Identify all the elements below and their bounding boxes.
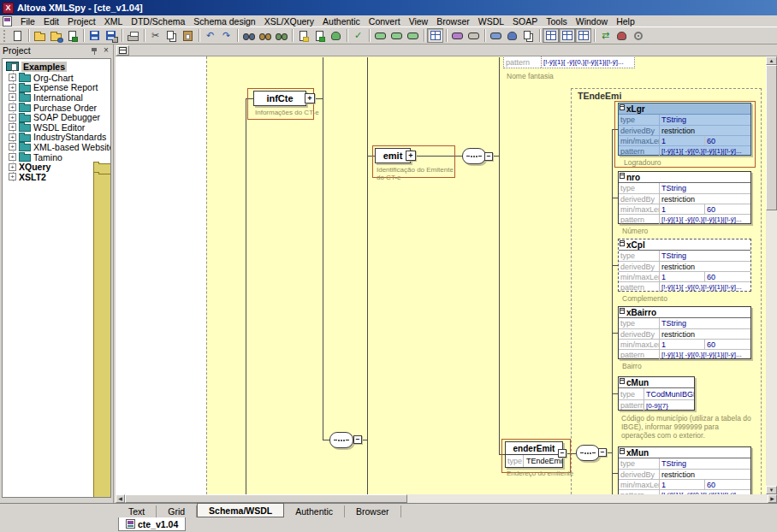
element-cMun[interactable]: cMun typeTCodMunIBGEpattern[0-9]{7} (618, 376, 695, 411)
facet-value-max[interactable]: 60 (705, 136, 750, 145)
facet-value[interactable]: TString (660, 318, 750, 328)
expander-icon[interactable]: + (9, 114, 16, 121)
expander-icon[interactable]: + (9, 163, 16, 171)
sequence-compositor[interactable] (462, 148, 486, 164)
close-icon[interactable]: × (102, 46, 110, 55)
assign-schema-button[interactable] (328, 28, 344, 43)
project-item-purchase-order[interactable]: +Purchase Order (3, 103, 110, 113)
facet-value-max[interactable]: 60 (705, 204, 750, 214)
facet-value[interactable]: restriction (660, 470, 750, 479)
toolbar-grip[interactable] (3, 30, 6, 42)
sequence-compositor[interactable] (576, 445, 600, 461)
scroll-down-button[interactable]: ▼ (766, 486, 777, 494)
facet-value[interactable]: TString (660, 458, 750, 469)
view-tab-authentic[interactable]: Authentic (284, 505, 345, 517)
facet-value-min[interactable]: 1 (660, 480, 705, 489)
copy-xpath-button[interactable] (520, 28, 537, 43)
project-item-org-chart[interactable]: +Org-Chart (3, 73, 110, 83)
schema-settings-button[interactable] (575, 28, 591, 43)
find-button[interactable] (240, 28, 257, 43)
horizontal-scrollbar[interactable]: ◀ ▶ (116, 494, 777, 503)
copy-button[interactable] (163, 28, 180, 43)
menu-xml[interactable]: XML (100, 15, 128, 27)
facet-value-min[interactable]: 1 (660, 204, 705, 214)
menu-authentic[interactable]: Authentic (318, 15, 365, 27)
facet-value[interactable]: TString (660, 183, 750, 193)
scroll-right-button[interactable]: ▶ (768, 494, 777, 503)
save-button[interactable] (86, 28, 103, 43)
menu-project[interactable]: Project (63, 15, 100, 27)
expander-icon[interactable]: + (9, 133, 16, 141)
facet-value[interactable]: restriction (660, 194, 750, 204)
facet-value-max[interactable]: 60 (705, 480, 750, 489)
facet-value[interactable]: [0-9]{7} (644, 400, 694, 411)
expand-icon[interactable]: + (305, 93, 315, 103)
print-button[interactable] (125, 28, 141, 43)
menu-file[interactable]: File (16, 15, 39, 27)
element-enderEmit[interactable]: enderEmit type TEndeEmi (505, 441, 563, 468)
menu-soap[interactable]: SOAP (508, 15, 542, 27)
paste-button[interactable] (180, 28, 196, 43)
scrollbar-thumb[interactable] (766, 65, 777, 210)
project-root[interactable]: Examples (3, 61, 110, 72)
facet-value[interactable]: TString (660, 115, 750, 125)
menu-wsdl[interactable]: WSDL (474, 15, 508, 27)
facet-value[interactable]: restriction (660, 329, 750, 339)
validate-button[interactable] (311, 28, 328, 43)
expand-icon[interactable]: − (598, 448, 607, 457)
insert-attribute-button[interactable] (488, 28, 504, 43)
element-xCpl[interactable]: xCpl typeTStringderivedByrestrictionmin/… (618, 239, 751, 292)
scroll-left-button[interactable]: ◀ (116, 494, 125, 503)
expand-icon[interactable]: + (406, 151, 416, 161)
menu-convert[interactable]: Convert (365, 15, 405, 27)
facet-value[interactable]: TString (660, 251, 750, 261)
element-nro[interactable]: nro typeTStringderivedByrestrictionmin/m… (618, 171, 751, 224)
project-item-xslt2[interactable]: +XSLT2 (3, 172, 110, 182)
append-element-button[interactable] (372, 28, 388, 43)
view-tab-grid[interactable]: Grid (157, 505, 197, 517)
open-file-button[interactable] (32, 28, 48, 43)
facet-value-min[interactable]: 1 (660, 272, 705, 281)
expander-icon[interactable]: + (9, 74, 16, 81)
menu-window[interactable]: Window (572, 15, 612, 27)
add-child-element-button[interactable] (405, 28, 421, 43)
expander-icon[interactable]: + (9, 103, 16, 111)
menu-edit[interactable]: Edit (39, 15, 63, 27)
schema-element-disabled-button[interactable] (466, 28, 482, 43)
project-item-wsdl-editor[interactable]: +WSDL Editor (3, 122, 110, 133)
document-menu-icon[interactable] (3, 16, 12, 27)
display-all-globals-button[interactable] (543, 28, 559, 43)
menu-view[interactable]: View (405, 15, 433, 27)
menu-schema-design[interactable]: Schema design (189, 15, 259, 27)
project-item-tamino[interactable]: +Tamino (3, 152, 110, 163)
facet-value[interactable]: restriction (660, 262, 750, 271)
view-tab-browser[interactable]: Browser (345, 505, 401, 517)
expand-icon[interactable]: − (558, 449, 566, 458)
expander-icon[interactable]: + (9, 153, 16, 161)
expander-icon[interactable]: + (9, 93, 16, 101)
scrollbar-thumb[interactable] (125, 494, 407, 503)
options-button[interactable] (630, 28, 646, 43)
facet-value[interactable]: [!-ÿ]{1}[ -ÿ]{0,}[!-ÿ]{1}|[!-ÿ]... (660, 282, 750, 292)
find-next-button[interactable] (273, 28, 289, 43)
project-item-xquery[interactable]: +XQuery (3, 162, 110, 172)
expander-icon[interactable]: + (9, 173, 16, 180)
menu-browser[interactable]: Browser (432, 15, 474, 27)
vertical-scrollbar[interactable]: ▲ ▼ (766, 56, 777, 494)
project-item-xml-based-website[interactable]: +XML-based Website (3, 142, 110, 152)
menu-xsl-xquery[interactable]: XSL/XQuery (260, 15, 318, 27)
sequence-compositor[interactable] (329, 432, 353, 448)
facet-value-max[interactable]: 60 (705, 340, 750, 349)
show-globals-button[interactable] (116, 45, 129, 56)
spelling-button[interactable]: ✓ (350, 28, 366, 43)
menu-tools[interactable]: Tools (542, 15, 572, 27)
find-in-files-button[interactable] (257, 28, 273, 43)
generate-sample-xml-button[interactable]: ⇄ (597, 28, 614, 43)
element-infCte[interactable]: infCte (253, 91, 306, 106)
grid-view-button[interactable] (427, 28, 443, 43)
reload-document-button[interactable] (64, 28, 80, 43)
expander-icon[interactable]: + (9, 143, 16, 151)
undo-button[interactable]: ↶ (202, 28, 218, 43)
redo-button[interactable]: ↷ (218, 28, 234, 43)
menu-dtd-schema[interactable]: DTD/Schema (127, 15, 189, 27)
